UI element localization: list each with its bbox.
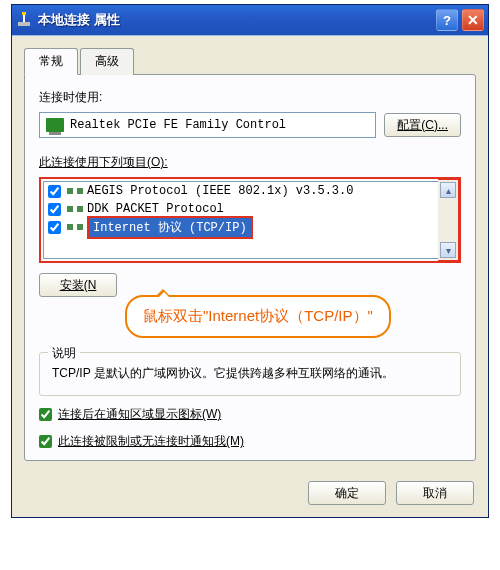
titlebar[interactable]: 本地连接 属性 ? ✕ — [12, 5, 488, 35]
cancel-button[interactable]: 取消 — [396, 481, 474, 505]
show-icon-label: 连接后在通知区域显示图标(W) — [58, 406, 221, 423]
tab-panel: 连接时使用: Realtek PCIe FE Family Control 配置… — [24, 74, 476, 461]
protocol-icon — [67, 203, 83, 215]
svg-rect-0 — [18, 22, 30, 26]
dialog-footer: 确定 取消 — [12, 469, 488, 517]
notify-row[interactable]: 此连接被限制或无连接时通知我(M) — [39, 433, 461, 450]
callout-text: 鼠标双击"Internet协议（TCP/IP）" — [125, 295, 391, 338]
protocol-checkbox[interactable] — [48, 203, 61, 216]
tab-general[interactable]: 常规 — [24, 48, 78, 75]
notify-label: 此连接被限制或无连接时通知我(M) — [58, 433, 244, 450]
scroll-down-button[interactable]: ▾ — [440, 242, 456, 258]
connect-using-label: 连接时使用: — [39, 89, 461, 106]
tab-strip: 常规 高级 — [24, 48, 476, 75]
description-text: TCP/IP 是默认的广域网协议。它提供跨越多种互联网络的通讯。 — [52, 363, 448, 383]
configure-button[interactable]: 配置(C)... — [384, 113, 461, 137]
connection-icon — [16, 12, 32, 28]
svg-rect-2 — [22, 12, 26, 15]
help-button[interactable]: ? — [436, 9, 458, 31]
scrollbar-highlight: ▴ ▾ — [438, 178, 460, 262]
protocol-listbox[interactable]: AEGIS Protocol (IEEE 802.1x) v3.5.3.0 DD… — [43, 181, 457, 259]
nic-icon — [46, 118, 64, 132]
annotation-callout: 鼠标双击"Internet协议（TCP/IP）" — [125, 295, 461, 338]
client-area: 常规 高级 连接时使用: Realtek PCIe FE Family Cont… — [12, 35, 488, 469]
show-icon-row[interactable]: 连接后在通知区域显示图标(W) — [39, 406, 461, 423]
protocol-buttons: 安装(N — [39, 273, 461, 297]
window-title: 本地连接 属性 — [38, 11, 432, 29]
list-item[interactable]: AEGIS Protocol (IEEE 802.1x) v3.5.3.0 — [44, 182, 456, 200]
adapter-name: Realtek PCIe FE Family Control — [70, 118, 286, 132]
show-icon-checkbox[interactable] — [39, 408, 52, 421]
protocol-name: AEGIS Protocol (IEEE 802.1x) v3.5.3.0 — [87, 184, 353, 198]
description-legend: 说明 — [48, 345, 80, 362]
properties-dialog: 本地连接 属性 ? ✕ 常规 高级 连接时使用: Realtek PCIe FE… — [11, 4, 489, 518]
notify-checkbox[interactable] — [39, 435, 52, 448]
close-button[interactable]: ✕ — [462, 9, 484, 31]
protocol-name: DDK PACKET Protocol — [87, 202, 224, 216]
items-label: 此连接使用下列项目(O): — [39, 154, 461, 171]
description-group: 说明 TCP/IP 是默认的广域网协议。它提供跨越多种互联网络的通讯。 — [39, 352, 461, 396]
ok-button[interactable]: 确定 — [308, 481, 386, 505]
protocol-checkbox[interactable] — [48, 221, 61, 234]
protocol-icon — [67, 221, 83, 233]
protocol-checkbox[interactable] — [48, 185, 61, 198]
tab-advanced[interactable]: 高级 — [80, 48, 134, 75]
adapter-field: Realtek PCIe FE Family Control — [39, 112, 376, 138]
protocol-icon — [67, 185, 83, 197]
protocol-list-highlight: AEGIS Protocol (IEEE 802.1x) v3.5.3.0 DD… — [39, 177, 461, 263]
list-item-selected[interactable]: Internet 协议 (TCP/IP) — [44, 218, 456, 236]
install-button[interactable]: 安装(N — [39, 273, 117, 297]
callout-pointer-icon — [155, 281, 171, 297]
protocol-name: Internet 协议 (TCP/IP) — [89, 218, 251, 237]
scroll-up-button[interactable]: ▴ — [440, 182, 456, 198]
